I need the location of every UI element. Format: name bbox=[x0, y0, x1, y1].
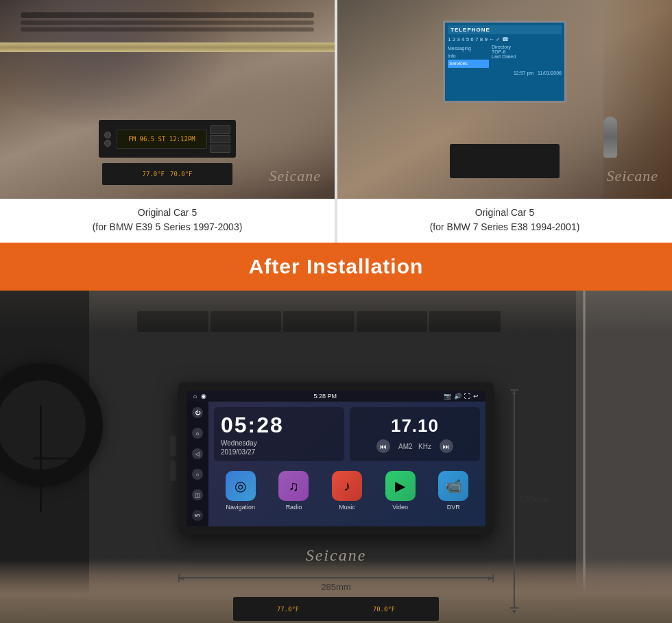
unit-side-buttons bbox=[170, 436, 176, 481]
radio-band: AM2 KHz bbox=[398, 443, 431, 450]
radio-prev-btn[interactable]: ⏮ bbox=[376, 439, 390, 453]
side-home-icon[interactable]: ⌂ bbox=[192, 428, 203, 439]
video-label: Video bbox=[392, 504, 408, 511]
app-grid: ◎ Navigation ♫ Radio ♪ Music bbox=[214, 468, 480, 513]
side-window-icon[interactable]: ◫ bbox=[192, 489, 203, 500]
after-installation-image: ⌂ ◉ 5:28 PM 📷 🔊 ⛶ ↩ bbox=[0, 291, 672, 623]
height-dimension-label: 120mm bbox=[519, 494, 549, 504]
status-bar-right: 📷 🔊 ⛶ ↩ bbox=[444, 393, 479, 400]
dvr-icon[interactable]: 📹 bbox=[438, 471, 468, 501]
phone-screen-right: TELEPHONE 1 2 3 4 5 6 7 8 9 ← ✓ ☎ Messag… bbox=[443, 21, 566, 103]
home-icon[interactable]: ⌂ bbox=[193, 393, 197, 400]
main-content-area: 05:28 Wednesday 2019/03/27 17.10 ⏮ bbox=[208, 402, 485, 526]
car-panel-right: TELEPHONE 1 2 3 4 5 6 7 8 9 ← ✓ ☎ Messag… bbox=[337, 0, 672, 243]
clock-widget: 05:28 Wednesday 2019/03/27 bbox=[214, 407, 344, 461]
status-bar: ⌂ ◉ 5:28 PM 📷 🔊 ⛶ ↩ bbox=[187, 391, 485, 402]
radio-frequency: 17.10 bbox=[391, 415, 439, 437]
dvr-label: DVR bbox=[447, 504, 460, 511]
app-navigation[interactable]: ◎ Navigation bbox=[226, 471, 256, 511]
video-icon[interactable]: ▶ bbox=[385, 471, 416, 501]
volume-status-icon: 🔊 bbox=[454, 393, 461, 400]
music-label: Music bbox=[339, 504, 355, 511]
status-time: 5:28 PM bbox=[313, 393, 337, 400]
gps-icon: ◉ bbox=[201, 393, 206, 400]
car-image-left: FM 96.5 ST 12:12PM 77.0°F 70.0°F Seicane bbox=[0, 0, 335, 199]
fullscreen-icon[interactable]: ⛶ bbox=[464, 393, 470, 400]
phone-header: TELEPHONE bbox=[448, 25, 562, 34]
app-radio[interactable]: ♫ Radio bbox=[278, 471, 309, 511]
camera-status-icon: 📷 bbox=[444, 393, 451, 400]
vent-area bbox=[137, 311, 501, 332]
top-section: FM 96.5 ST 12:12PM 77.0°F 70.0°F Seicane… bbox=[0, 0, 672, 243]
app-dvr[interactable]: 📹 DVR bbox=[438, 471, 468, 511]
top-widgets: 05:28 Wednesday 2019/03/27 17.10 ⏮ bbox=[214, 407, 480, 461]
back-icon[interactable]: ↩ bbox=[473, 393, 479, 400]
caption-left: Original Car 5 (for BMW E39 5 Series 199… bbox=[93, 206, 243, 234]
head-unit: ⌂ ◉ 5:28 PM 📷 🔊 ⛶ ↩ bbox=[178, 382, 494, 535]
radio-widget: 17.10 ⏮ AM2 KHz ⏭ bbox=[350, 407, 480, 461]
side-menu: ⏻ ⌂ ◁ ○ ◫ MY bbox=[187, 402, 208, 526]
music-icon[interactable]: ♪ bbox=[332, 471, 362, 501]
radio-display-left: FM 96.5 ST 12:12PM bbox=[117, 130, 207, 149]
original-radio-left: FM 96.5 ST 12:12PM bbox=[99, 120, 236, 158]
after-installation-banner: After Installation bbox=[0, 243, 672, 291]
nav-icon[interactable]: ◎ bbox=[226, 471, 256, 501]
clock-day: Wednesday bbox=[221, 439, 337, 447]
radio-icon[interactable]: ♫ bbox=[278, 471, 309, 501]
watermark-left: Seicane bbox=[269, 167, 321, 185]
side-circle-icon[interactable]: ○ bbox=[192, 469, 203, 480]
side-my-icon[interactable]: MY bbox=[192, 510, 203, 521]
clock-time: 05:28 bbox=[221, 413, 337, 438]
radio-controls: ⏮ AM2 KHz ⏭ bbox=[376, 439, 453, 453]
dimension-width: ◄ ► 285mm bbox=[178, 577, 494, 592]
app-music[interactable]: ♪ Music bbox=[332, 471, 362, 511]
width-dimension-label: 285mm bbox=[321, 582, 350, 592]
after-installation-section: ⌂ ◉ 5:28 PM 📷 🔊 ⛶ ↩ bbox=[0, 291, 672, 623]
car-panel-left: FM 96.5 ST 12:12PM 77.0°F 70.0°F Seicane… bbox=[0, 0, 335, 243]
radio-label: Radio bbox=[286, 504, 302, 511]
side-back-icon[interactable]: ◁ bbox=[192, 448, 203, 459]
app-video[interactable]: ▶ Video bbox=[385, 471, 416, 511]
bottom-dashboard: 77.0°F 70.0°F bbox=[0, 561, 672, 623]
clock-date: 2019/03/27 bbox=[221, 448, 337, 456]
android-layout: ⏻ ⌂ ◁ ○ ◫ MY 05:28 bbox=[187, 402, 485, 526]
car-image-right: TELEPHONE 1 2 3 4 5 6 7 8 9 ← ✓ ☎ Messag… bbox=[337, 0, 672, 199]
head-unit-wrapper: ⌂ ◉ 5:28 PM 📷 🔊 ⛶ ↩ bbox=[178, 382, 494, 535]
dimension-height: ▲ ▼ 120mm bbox=[514, 389, 549, 609]
status-bar-left: ⌂ ◉ bbox=[193, 393, 206, 400]
banner-title: After Installation bbox=[249, 255, 424, 278]
radio-next-btn[interactable]: ⏭ bbox=[440, 439, 453, 453]
nav-label: Navigation bbox=[226, 504, 256, 511]
android-screen: ⌂ ◉ 5:28 PM 📷 🔊 ⛶ ↩ bbox=[187, 391, 485, 526]
side-power-icon[interactable]: ⏻ bbox=[192, 407, 203, 418]
caption-right: Original Car 5 (for BMW 7 Series E38 199… bbox=[430, 206, 580, 234]
